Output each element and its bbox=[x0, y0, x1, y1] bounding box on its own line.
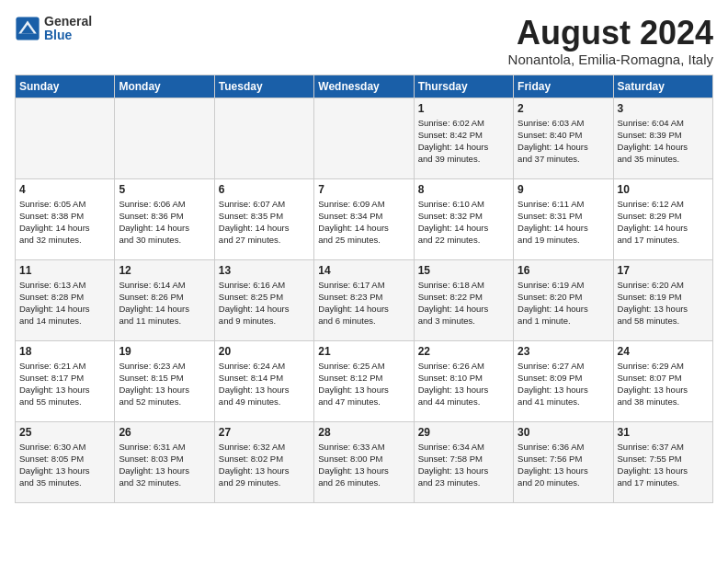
calendar-day-cell: 31Sunrise: 6:37 AM Sunset: 7:55 PM Dayli… bbox=[613, 421, 712, 502]
title-block: August 2024 Nonantola, Emilia-Romagna, I… bbox=[508, 15, 713, 67]
day-number: 27 bbox=[219, 426, 310, 439]
calendar-day-cell: 25Sunrise: 6:30 AM Sunset: 8:05 PM Dayli… bbox=[16, 421, 115, 502]
day-info: Sunrise: 6:11 AM Sunset: 8:31 PM Dayligh… bbox=[518, 198, 609, 247]
calendar-day-cell: 10Sunrise: 6:12 AM Sunset: 8:29 PM Dayli… bbox=[613, 178, 712, 259]
calendar-day-cell: 18Sunrise: 6:21 AM Sunset: 8:17 PM Dayli… bbox=[16, 340, 115, 421]
day-info: Sunrise: 6:05 AM Sunset: 8:38 PM Dayligh… bbox=[19, 198, 110, 247]
day-info: Sunrise: 6:09 AM Sunset: 8:34 PM Dayligh… bbox=[318, 198, 409, 247]
day-info: Sunrise: 6:16 AM Sunset: 8:25 PM Dayligh… bbox=[219, 279, 310, 327]
calendar-day-cell: 22Sunrise: 6:26 AM Sunset: 8:10 PM Dayli… bbox=[414, 340, 513, 421]
location: Nonantola, Emilia-Romagna, Italy bbox=[508, 52, 713, 67]
calendar-day-cell: 20Sunrise: 6:24 AM Sunset: 8:14 PM Dayli… bbox=[214, 340, 313, 421]
day-info: Sunrise: 6:19 AM Sunset: 8:20 PM Dayligh… bbox=[518, 279, 609, 327]
day-info: Sunrise: 6:33 AM Sunset: 8:00 PM Dayligh… bbox=[318, 441, 409, 489]
calendar-day-cell: 19Sunrise: 6:23 AM Sunset: 8:15 PM Dayli… bbox=[115, 340, 214, 421]
day-info: Sunrise: 6:20 AM Sunset: 8:19 PM Dayligh… bbox=[618, 279, 709, 327]
day-number: 4 bbox=[19, 183, 110, 196]
day-info: Sunrise: 6:17 AM Sunset: 8:23 PM Dayligh… bbox=[318, 279, 409, 327]
calendar-day-cell: 8Sunrise: 6:10 AM Sunset: 8:32 PM Daylig… bbox=[414, 178, 513, 259]
day-info: Sunrise: 6:03 AM Sunset: 8:40 PM Dayligh… bbox=[518, 117, 609, 166]
calendar-table: SundayMondayTuesdayWednesdayThursdayFrid… bbox=[15, 75, 713, 503]
calendar-day-cell: 5Sunrise: 6:06 AM Sunset: 8:36 PM Daylig… bbox=[115, 178, 214, 259]
weekday-header: Thursday bbox=[414, 75, 513, 98]
day-number: 1 bbox=[418, 102, 509, 115]
logo-blue: Blue bbox=[44, 29, 92, 42]
calendar-day-cell: 15Sunrise: 6:18 AM Sunset: 8:22 PM Dayli… bbox=[414, 259, 513, 340]
weekday-header: Tuesday bbox=[214, 75, 313, 98]
weekday-header: Sunday bbox=[16, 75, 115, 98]
calendar-day-cell: 23Sunrise: 6:27 AM Sunset: 8:09 PM Dayli… bbox=[514, 340, 613, 421]
calendar-day-cell: 29Sunrise: 6:34 AM Sunset: 7:58 PM Dayli… bbox=[414, 421, 513, 502]
day-info: Sunrise: 6:29 AM Sunset: 8:07 PM Dayligh… bbox=[618, 360, 709, 408]
day-number: 29 bbox=[418, 426, 509, 439]
calendar-day-cell: 27Sunrise: 6:32 AM Sunset: 8:02 PM Dayli… bbox=[214, 421, 313, 502]
calendar-day-cell: 2Sunrise: 6:03 AM Sunset: 8:40 PM Daylig… bbox=[514, 98, 613, 178]
day-number: 24 bbox=[618, 345, 709, 358]
day-info: Sunrise: 6:36 AM Sunset: 7:56 PM Dayligh… bbox=[518, 441, 609, 489]
day-number: 16 bbox=[518, 264, 609, 277]
day-number: 3 bbox=[618, 102, 709, 115]
calendar-day-cell bbox=[115, 98, 214, 178]
calendar-day-cell: 9Sunrise: 6:11 AM Sunset: 8:31 PM Daylig… bbox=[514, 178, 613, 259]
day-number: 31 bbox=[618, 426, 709, 439]
day-number: 20 bbox=[219, 345, 310, 358]
day-info: Sunrise: 6:06 AM Sunset: 8:36 PM Dayligh… bbox=[119, 198, 210, 247]
calendar-week-row: 4Sunrise: 6:05 AM Sunset: 8:38 PM Daylig… bbox=[16, 178, 713, 259]
calendar-day-cell: 7Sunrise: 6:09 AM Sunset: 8:34 PM Daylig… bbox=[314, 178, 414, 259]
day-info: Sunrise: 6:21 AM Sunset: 8:17 PM Dayligh… bbox=[19, 360, 110, 408]
day-number: 2 bbox=[518, 102, 609, 115]
day-info: Sunrise: 6:04 AM Sunset: 8:39 PM Dayligh… bbox=[618, 117, 709, 166]
calendar-day-cell bbox=[16, 98, 115, 178]
day-number: 8 bbox=[418, 183, 509, 196]
day-number: 14 bbox=[318, 264, 409, 277]
page-header: General Blue August 2024 Nonantola, Emil… bbox=[15, 15, 713, 67]
day-number: 22 bbox=[418, 345, 509, 358]
calendar-day-cell: 1Sunrise: 6:02 AM Sunset: 8:42 PM Daylig… bbox=[414, 98, 513, 178]
calendar-day-cell bbox=[214, 98, 313, 178]
logo-text: General Blue bbox=[44, 15, 92, 43]
calendar-day-cell: 4Sunrise: 6:05 AM Sunset: 8:38 PM Daylig… bbox=[16, 178, 115, 259]
calendar-week-row: 11Sunrise: 6:13 AM Sunset: 8:28 PM Dayli… bbox=[16, 259, 713, 340]
day-info: Sunrise: 6:13 AM Sunset: 8:28 PM Dayligh… bbox=[19, 279, 110, 327]
day-number: 21 bbox=[318, 345, 409, 358]
day-number: 10 bbox=[618, 183, 709, 196]
day-number: 15 bbox=[418, 264, 509, 277]
weekday-header: Friday bbox=[514, 75, 613, 98]
day-number: 9 bbox=[518, 183, 609, 196]
day-info: Sunrise: 6:14 AM Sunset: 8:26 PM Dayligh… bbox=[119, 279, 210, 327]
day-info: Sunrise: 6:32 AM Sunset: 8:02 PM Dayligh… bbox=[219, 441, 310, 489]
day-number: 28 bbox=[318, 426, 409, 439]
day-info: Sunrise: 6:25 AM Sunset: 8:12 PM Dayligh… bbox=[318, 360, 409, 408]
logo: General Blue bbox=[15, 15, 92, 43]
day-info: Sunrise: 6:12 AM Sunset: 8:29 PM Dayligh… bbox=[618, 198, 709, 247]
day-info: Sunrise: 6:24 AM Sunset: 8:14 PM Dayligh… bbox=[219, 360, 310, 408]
day-info: Sunrise: 6:27 AM Sunset: 8:09 PM Dayligh… bbox=[518, 360, 609, 408]
calendar-day-cell: 13Sunrise: 6:16 AM Sunset: 8:25 PM Dayli… bbox=[214, 259, 313, 340]
calendar-week-row: 1Sunrise: 6:02 AM Sunset: 8:42 PM Daylig… bbox=[16, 98, 713, 178]
day-info: Sunrise: 6:18 AM Sunset: 8:22 PM Dayligh… bbox=[418, 279, 509, 327]
day-info: Sunrise: 6:23 AM Sunset: 8:15 PM Dayligh… bbox=[119, 360, 210, 408]
weekday-header-row: SundayMondayTuesdayWednesdayThursdayFrid… bbox=[16, 75, 713, 98]
day-number: 6 bbox=[219, 183, 310, 196]
calendar-week-row: 18Sunrise: 6:21 AM Sunset: 8:17 PM Dayli… bbox=[16, 340, 713, 421]
day-info: Sunrise: 6:31 AM Sunset: 8:03 PM Dayligh… bbox=[119, 441, 210, 489]
day-number: 23 bbox=[518, 345, 609, 358]
weekday-header: Monday bbox=[115, 75, 214, 98]
day-number: 12 bbox=[119, 264, 210, 277]
day-number: 30 bbox=[518, 426, 609, 439]
calendar-day-cell: 6Sunrise: 6:07 AM Sunset: 8:35 PM Daylig… bbox=[214, 178, 313, 259]
day-info: Sunrise: 6:37 AM Sunset: 7:55 PM Dayligh… bbox=[618, 441, 709, 489]
calendar-day-cell: 14Sunrise: 6:17 AM Sunset: 8:23 PM Dayli… bbox=[314, 259, 414, 340]
calendar-day-cell: 28Sunrise: 6:33 AM Sunset: 8:00 PM Dayli… bbox=[314, 421, 414, 502]
day-info: Sunrise: 6:26 AM Sunset: 8:10 PM Dayligh… bbox=[418, 360, 509, 408]
calendar-week-row: 25Sunrise: 6:30 AM Sunset: 8:05 PM Dayli… bbox=[16, 421, 713, 502]
day-number: 26 bbox=[119, 426, 210, 439]
calendar-day-cell bbox=[314, 98, 414, 178]
day-number: 13 bbox=[219, 264, 310, 277]
weekday-header: Saturday bbox=[613, 75, 712, 98]
day-number: 25 bbox=[19, 426, 110, 439]
calendar-day-cell: 21Sunrise: 6:25 AM Sunset: 8:12 PM Dayli… bbox=[314, 340, 414, 421]
calendar-day-cell: 26Sunrise: 6:31 AM Sunset: 8:03 PM Dayli… bbox=[115, 421, 214, 502]
weekday-header: Wednesday bbox=[314, 75, 414, 98]
logo-general: General bbox=[44, 15, 92, 29]
